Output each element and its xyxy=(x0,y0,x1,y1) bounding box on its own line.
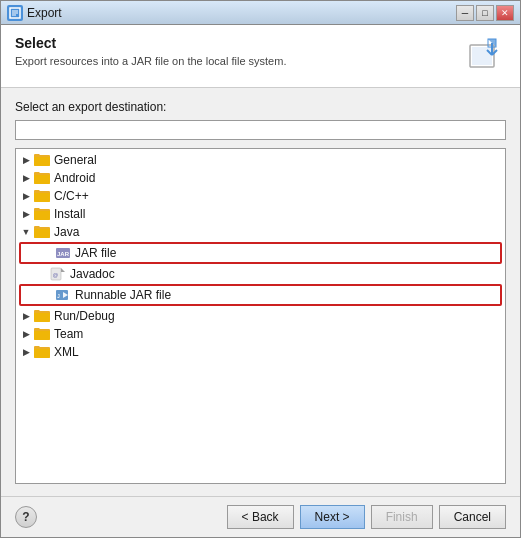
tree-label-install: Install xyxy=(54,207,85,221)
tree-item-jar-file[interactable]: ▶ JAR JAR file xyxy=(21,244,500,262)
next-button[interactable]: Next > xyxy=(300,505,365,529)
minimize-button[interactable]: ─ xyxy=(456,5,474,21)
toggle-run-debug[interactable]: ▶ xyxy=(20,310,32,322)
folder-icon-run-debug xyxy=(34,309,50,323)
tree-label-team: Team xyxy=(54,327,83,341)
tree-label-java: Java xyxy=(54,225,79,239)
svg-rect-5 xyxy=(472,47,492,65)
tree-label-javadoc: Javadoc xyxy=(70,267,115,281)
folder-icon-team xyxy=(34,327,50,341)
export-dialog: Export ─ □ ✕ Select Export resources int… xyxy=(0,0,521,538)
tree-item-android[interactable]: ▶ Android xyxy=(16,169,505,187)
toggle-cpp[interactable]: ▶ xyxy=(20,190,32,202)
folder-icon-android xyxy=(34,171,50,185)
footer-buttons: < Back Next > Finish Cancel xyxy=(227,505,506,529)
maximize-button[interactable]: □ xyxy=(476,5,494,21)
svg-marker-14 xyxy=(61,268,65,272)
tree-label-run-debug: Run/Debug xyxy=(54,309,115,323)
folder-icon-cpp xyxy=(34,189,50,203)
cancel-button[interactable]: Cancel xyxy=(439,505,506,529)
filter-label: Select an export destination: xyxy=(15,100,506,114)
window-controls: ─ □ ✕ xyxy=(456,5,514,21)
runnable-jar-icon: J xyxy=(55,288,71,302)
dialog-content: Select Export resources into a JAR file … xyxy=(1,25,520,537)
tree-label-runnable-jar: Runnable JAR file xyxy=(75,288,171,302)
search-input[interactable] xyxy=(15,120,506,140)
tree-item-javadoc[interactable]: ▶ @ Javadoc xyxy=(16,265,505,283)
folder-icon-install xyxy=(34,207,50,221)
footer-left: ? xyxy=(15,506,37,528)
tree-item-runnable-jar[interactable]: ▶ J Runnable JAR file xyxy=(21,286,500,304)
window-icon xyxy=(7,5,23,21)
tree-item-xml[interactable]: ▶ XML xyxy=(16,343,505,361)
main-content: Select an export destination: ▶ General … xyxy=(1,88,520,496)
toggle-install[interactable]: ▶ xyxy=(20,208,32,220)
toggle-java[interactable]: ▼ xyxy=(20,226,32,238)
folder-icon-java xyxy=(34,225,50,239)
tree-item-run-debug[interactable]: ▶ Run/Debug xyxy=(16,307,505,325)
tree-item-cpp[interactable]: ▶ C/C++ xyxy=(16,187,505,205)
help-button[interactable]: ? xyxy=(15,506,37,528)
tree-item-team[interactable]: ▶ Team xyxy=(16,325,505,343)
tree-label-jar-file: JAR file xyxy=(75,246,116,260)
tree-label-cpp: C/C++ xyxy=(54,189,89,203)
page-title: Select xyxy=(15,35,286,51)
tree-container: ▶ General ▶ Android ▶ xyxy=(15,148,506,484)
javadoc-icon: @ xyxy=(50,267,66,281)
close-button[interactable]: ✕ xyxy=(496,5,514,21)
tree-label-general: General xyxy=(54,153,97,167)
toggle-android[interactable]: ▶ xyxy=(20,172,32,184)
folder-icon-general xyxy=(34,153,50,167)
finish-button[interactable]: Finish xyxy=(371,505,433,529)
tree-item-general[interactable]: ▶ General xyxy=(16,151,505,169)
page-description: Export resources into a JAR file on the … xyxy=(15,55,286,67)
window-title: Export xyxy=(27,6,456,20)
toggle-xml[interactable]: ▶ xyxy=(20,346,32,358)
back-button[interactable]: < Back xyxy=(227,505,294,529)
tree-item-install[interactable]: ▶ Install xyxy=(16,205,505,223)
export-icon xyxy=(464,35,506,77)
jar-file-icon: JAR xyxy=(55,246,71,260)
toggle-general[interactable]: ▶ xyxy=(20,154,32,166)
svg-text:JAR: JAR xyxy=(57,251,70,257)
tree-label-android: Android xyxy=(54,171,95,185)
toggle-team[interactable]: ▶ xyxy=(20,328,32,340)
svg-text:@: @ xyxy=(53,272,59,278)
tree-label-xml: XML xyxy=(54,345,79,359)
folder-icon-xml xyxy=(34,345,50,359)
dialog-footer: ? < Back Next > Finish Cancel xyxy=(1,496,520,537)
dialog-header: Select Export resources into a JAR file … xyxy=(1,25,520,88)
tree-item-java[interactable]: ▼ Java xyxy=(16,223,505,241)
header-text: Select Export resources into a JAR file … xyxy=(15,35,286,67)
titlebar: Export ─ □ ✕ xyxy=(1,1,520,25)
